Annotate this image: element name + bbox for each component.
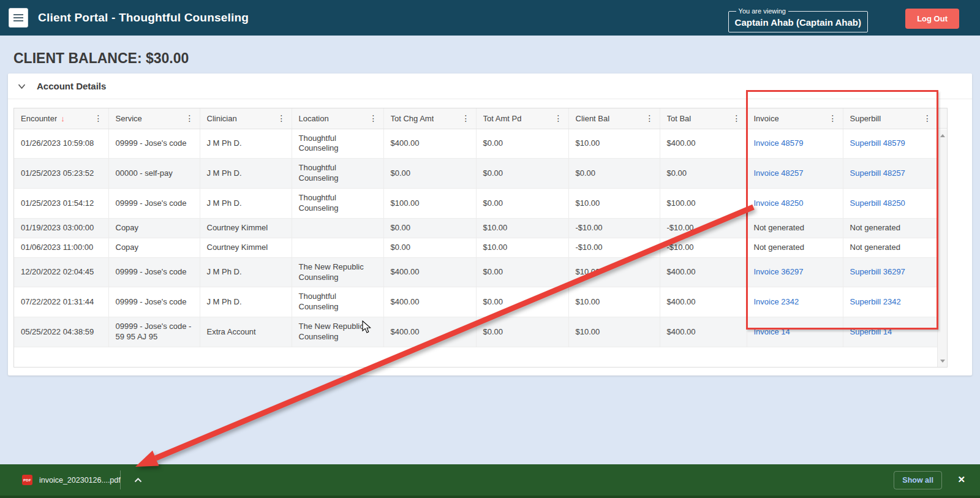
hamburger-menu-button[interactable] (9, 8, 28, 28)
grid-body: 01/26/2023 10:59:0809999 - Jose's codeJ … (14, 129, 937, 347)
column-header-encounter[interactable]: Encounter↓⋮ (14, 108, 108, 129)
viewing-user-name: Captain Ahab (Captain Ahab) (735, 17, 861, 28)
close-shelf-icon[interactable]: ✕ (957, 475, 965, 484)
cell-superbill: Superbill 48257 (843, 159, 937, 189)
column-header-clinician[interactable]: Clinician⋮ (200, 108, 292, 129)
superbill-link[interactable]: Superbill 14 (850, 327, 892, 336)
viewing-user-box: You are viewing Captain Ahab (Captain Ah… (728, 7, 868, 32)
column-menu-icon[interactable]: ⋮ (92, 113, 105, 124)
cell-tot-bal: $400.00 (660, 129, 747, 159)
table-row: 01/26/2023 10:59:0809999 - Jose's codeJ … (14, 129, 937, 159)
invoice-link[interactable]: Invoice 14 (754, 327, 790, 336)
cell-clinician: Extra Account (200, 317, 292, 347)
superbill-link[interactable]: Superbill 48250 (850, 198, 905, 208)
cell-superbill: Superbill 36297 (843, 257, 937, 287)
cell-invoice: Invoice 48250 (747, 189, 843, 219)
cell-tot-chg-amt: $0.00 (383, 159, 476, 189)
superbill-link[interactable]: Superbill 48257 (850, 168, 905, 178)
column-header-superbill[interactable]: Superbill⋮ (843, 108, 937, 129)
scroll-down-arrow[interactable] (938, 356, 948, 366)
cell-superbill: Superbill 2342 (843, 287, 937, 317)
cell-tot-bal: $100.00 (660, 189, 747, 219)
account-details-toggle[interactable]: Account Details (8, 74, 972, 99)
column-header-tot-bal[interactable]: Tot Bal⋮ (660, 108, 747, 129)
cell-superbill: Superbill 14 (843, 317, 937, 347)
column-menu-icon[interactable]: ⋮ (644, 113, 656, 124)
column-header-client-bal[interactable]: Client Bal⋮ (568, 108, 660, 129)
browser-download-shelf: PDF invoice_20230126....pdf Show all ✕ (0, 464, 980, 498)
logout-button[interactable]: Log Out (905, 9, 959, 29)
table-row: 07/22/2022 01:31:4409999 - Jose's codeJ … (14, 287, 937, 317)
invoice-link[interactable]: Invoice 48579 (754, 138, 804, 148)
cell-location: Thoughtful Counseling (292, 159, 383, 189)
column-menu-icon[interactable]: ⋮ (276, 113, 288, 124)
not-generated-label: Not generated (850, 223, 900, 232)
cell-client-bal: -$10.00 (568, 238, 660, 257)
superbill-link[interactable]: Superbill 36297 (850, 267, 905, 276)
column-label: Tot Chg Amt (391, 114, 434, 123)
column-menu-icon[interactable]: ⋮ (368, 113, 380, 124)
invoice-link[interactable]: Invoice 48250 (754, 198, 804, 208)
cell-encounter: 05/25/2022 04:38:59 (14, 317, 108, 347)
download-options-button[interactable] (134, 478, 142, 483)
column-menu-icon[interactable]: ⋮ (827, 113, 839, 124)
cell-encounter: 07/22/2022 01:31:44 (14, 287, 108, 317)
show-all-downloads-button[interactable]: Show all (894, 471, 942, 489)
cell-superbill: Superbill 48579 (843, 129, 937, 159)
table-row: 01/25/2023 05:23:5200000 - self-payJ M P… (14, 159, 937, 189)
cell-invoice: Invoice 36297 (747, 257, 843, 287)
column-header-invoice[interactable]: Invoice⋮ (747, 108, 843, 129)
cell-encounter: 01/25/2023 01:54:12 (14, 189, 108, 219)
cell-service: 09999 - Jose's code - 59 95 AJ 95 (108, 317, 200, 347)
cell-location: Thoughtful Counseling (292, 287, 383, 317)
scroll-up-arrow[interactable] (938, 130, 948, 140)
column-header-tot-chg-amt[interactable]: Tot Chg Amt⋮ (383, 108, 476, 129)
panel-title: Account Details (37, 81, 106, 91)
cell-superbill: Not generated (843, 218, 937, 238)
cell-invoice: Not generated (747, 238, 843, 257)
not-generated-label: Not generated (754, 243, 804, 252)
cell-client-bal: $10.00 (568, 257, 660, 287)
cell-tot-amt-pd: $0.00 (476, 257, 568, 287)
account-grid-table: Encounter↓⋮Service⋮Clinician⋮Location⋮To… (14, 108, 937, 347)
cell-invoice: Invoice 48579 (747, 129, 843, 159)
cell-location: Thoughtful Counseling (292, 129, 383, 159)
cell-tot-chg-amt: $400.00 (383, 257, 476, 287)
cell-encounter: 12/20/2022 02:04:45 (14, 257, 108, 287)
cell-clinician: J M Ph D. (200, 189, 292, 219)
cell-encounter: 01/26/2023 10:59:08 (14, 129, 108, 159)
grid-vertical-scrollbar[interactable] (937, 129, 947, 367)
cell-service: Copay (108, 238, 200, 257)
column-label: Location (299, 114, 329, 123)
invoice-link[interactable]: Invoice 36297 (754, 267, 804, 276)
column-menu-icon[interactable]: ⋮ (552, 113, 565, 124)
column-header-location[interactable]: Location⋮ (292, 108, 383, 129)
cell-tot-chg-amt: $0.00 (383, 218, 476, 238)
collapse-chevron-icon (17, 83, 26, 90)
cell-clinician: J M Ph D. (200, 159, 292, 189)
invoice-link[interactable]: Invoice 2342 (754, 297, 799, 306)
downloaded-file-chip[interactable]: PDF invoice_20230126....pdf (22, 464, 142, 496)
cell-service: Copay (108, 218, 200, 238)
downloaded-file-name: invoice_20230126....pdf (39, 476, 121, 485)
column-label: Clinician (207, 114, 237, 123)
superbill-link[interactable]: Superbill 2342 (850, 297, 901, 306)
column-menu-icon[interactable]: ⋮ (184, 113, 196, 124)
cell-clinician: J M Ph D. (200, 287, 292, 317)
superbill-link[interactable]: Superbill 48579 (850, 138, 905, 148)
cell-tot-bal: -$10.00 (660, 238, 747, 257)
cell-client-bal: $10.00 (568, 129, 660, 159)
column-menu-icon[interactable]: ⋮ (731, 113, 743, 124)
invoice-link[interactable]: Invoice 48257 (754, 168, 804, 178)
cell-clinician: Courtney Kimmel (200, 238, 292, 257)
cell-client-bal: $10.00 (568, 317, 660, 347)
cell-client-bal: $10.00 (568, 287, 660, 317)
cell-clinician: J M Ph D. (200, 257, 292, 287)
column-header-tot-amt-pd[interactable]: Tot Amt Pd⋮ (476, 108, 568, 129)
column-menu-icon[interactable]: ⋮ (921, 113, 933, 124)
client-balance-heading: CLIENT BALANCE: $30.00 (13, 50, 189, 67)
column-menu-icon[interactable]: ⋮ (460, 113, 472, 124)
cell-invoice: Invoice 2342 (747, 287, 843, 317)
not-generated-label: Not generated (850, 243, 900, 252)
column-header-service[interactable]: Service⋮ (108, 108, 200, 129)
